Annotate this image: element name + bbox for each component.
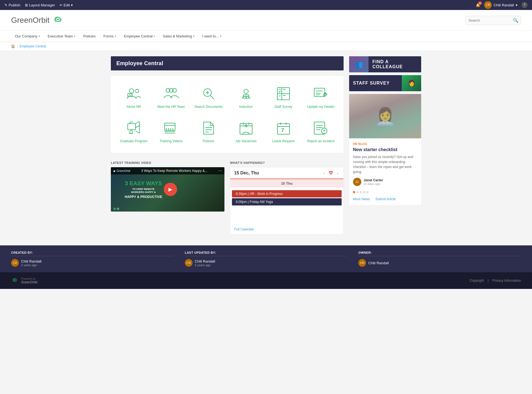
icon-about-hr[interactable]: About HR — [116, 82, 151, 113]
icon-job-vacancies[interactable]: Job Vacancies — [229, 116, 263, 148]
privacy-info-link[interactable]: Privacy Information — [492, 279, 521, 283]
copyright-link[interactable]: Copyright — [470, 279, 484, 283]
user-menu[interactable]: CR Chiti Randall ▾ — [484, 1, 518, 9]
staff-survey-banner[interactable]: STAFF SURVEY 👩 — [349, 75, 421, 91]
play-button[interactable]: ▶ — [164, 183, 177, 196]
breadcrumb-home-icon[interactable]: 🏠 — [11, 44, 15, 48]
full-calendar-link[interactable]: Full Calendar — [230, 225, 343, 234]
footer-created-user: CR Chiti Randall 2 years ago — [11, 259, 174, 267]
icon-induction[interactable]: Induction — [229, 82, 263, 113]
video-options-icon[interactable]: ⋯ — [218, 169, 222, 173]
icon-update-details[interactable]: Update my Details — [303, 82, 338, 113]
footer-updated-info: Chiti Randall 2 years ago — [195, 259, 215, 267]
admin-bar: ✎ Publish ⊞ Layout Manager ✏ Edit ▾ 🔔 6 … — [0, 0, 532, 10]
chevron-down-icon: ▾ — [39, 35, 40, 38]
nav-item-executive-team[interactable]: Executive Team ▾ — [44, 31, 80, 42]
main-container: Employee Central About HR — [100, 51, 432, 240]
chevron-down-icon: ▾ — [115, 35, 116, 38]
nav-item-forms[interactable]: Forms ▾ — [99, 31, 120, 42]
icon-staff-survey[interactable]: Staff Survey — [266, 82, 301, 113]
video-dot-2[interactable] — [117, 208, 119, 210]
icon-report-incident[interactable]: Report an Incident — [303, 116, 338, 148]
blog-dot-4[interactable] — [363, 191, 365, 193]
footer-owner-avatar: CR — [358, 259, 366, 267]
icon-grid: About HR Meet the HR Team — [111, 76, 344, 153]
sidebar: 👥 FIND A COLLEAGUE STAFF SURVEY 👩 👩‍💼 HR… — [349, 56, 421, 234]
admin-bar-left: ✎ Publish ⊞ Layout Manager ✏ Edit ▾ — [4, 3, 73, 7]
help-button[interactable]: ? — [521, 2, 528, 8]
nav-item-policies[interactable]: Policies — [79, 31, 99, 42]
logo[interactable]: GreenOrbit — [11, 14, 63, 26]
calendar-day-header: 15 Thu — [230, 179, 343, 188]
nav-item-our-company[interactable]: Our Company ▾ — [11, 31, 44, 42]
search-input[interactable] — [469, 18, 513, 22]
icon-training-videos[interactable]: Training Videos — [154, 116, 188, 148]
author-name: Janet Carter — [364, 178, 383, 182]
calendar-next-button[interactable]: › — [336, 170, 339, 176]
video-player[interactable]: ▶ GreenOrbit 3 Ways To Keep Remote Worke… — [111, 167, 224, 212]
job-vacancies-icon — [238, 120, 254, 136]
footer-created-time: 2 years ago — [21, 263, 42, 267]
footer-brand-name: GreenOrbit — [21, 280, 37, 284]
blog-dot-2[interactable] — [356, 191, 359, 193]
about-hr-label: About HR — [126, 105, 141, 109]
breadcrumb-current: Employee Central — [20, 44, 46, 48]
video-title-bar: ▶ GreenOrbit 3 Ways To Keep Remote Worke… — [111, 167, 224, 174]
footer-updated-time: 2 years ago — [195, 263, 215, 267]
blog-actions: More News Submit Article — [349, 196, 421, 205]
svg-point-2 — [129, 89, 134, 93]
icon-leave-request[interactable]: 7 Leave Request — [266, 116, 301, 148]
svg-text:7: 7 — [281, 128, 284, 133]
calendar-event-yoga[interactable]: 6:00pm | Friday AM Yoga — [232, 198, 342, 205]
calendar-events: 8:30pm | HR - Work in Progress 6:00pm | … — [230, 188, 343, 208]
icon-policies[interactable]: Policies — [191, 116, 226, 148]
meet-hr-team-label: Meet the HR Team — [157, 105, 185, 109]
video-text-line1: 3 EASY WAYS — [125, 180, 162, 187]
blog-author: JC Janet Carter 15 days ago — [353, 178, 417, 186]
svg-point-16 — [246, 97, 246, 98]
search-box[interactable]: 🔍 — [466, 16, 521, 25]
job-vacancies-label: Job Vacancies — [235, 139, 257, 144]
induction-icon — [238, 85, 254, 102]
footer-owner-label: OWNER: — [358, 251, 521, 256]
svg-point-55 — [15, 279, 16, 281]
logo-text: GreenOrbit — [11, 16, 50, 25]
blog-card: 👩‍💼 HR BLOG New starter checklist Have y… — [349, 94, 421, 205]
blog-dot-1[interactable] — [353, 191, 355, 193]
search-icon[interactable]: 🔍 — [513, 18, 518, 23]
blog-dot-3[interactable] — [360, 191, 362, 193]
icon-search-documents[interactable]: Search Documents — [191, 82, 226, 113]
calendar-grid-button[interactable]: 📅 — [327, 170, 334, 176]
notification-badge: 6 — [478, 1, 482, 5]
layout-manager-button[interactable]: ⊞ Layout Manager — [25, 3, 55, 7]
staff-survey-image: 👩 — [402, 75, 421, 91]
main-nav: Our Company ▾ Executive Team ▾ Policies … — [0, 31, 532, 42]
icon-graduate-program[interactable]: Graduate Program — [116, 116, 151, 148]
leave-request-label: Leave Request — [272, 139, 295, 144]
notifications-button[interactable]: 🔔 6 — [476, 3, 480, 7]
about-hr-icon — [126, 85, 142, 102]
header: GreenOrbit 🔍 — [0, 10, 532, 31]
staff-survey-label: Staff Survey — [274, 105, 292, 109]
main-content: Employee Central About HR — [111, 56, 344, 234]
calendar-prev-button[interactable]: ‹ — [322, 170, 326, 176]
nav-item-employee-central[interactable]: Employee Central ▾ — [120, 31, 159, 42]
publish-button[interactable]: ✎ Publish — [4, 3, 21, 7]
blog-dot-5[interactable] — [366, 191, 369, 193]
nav-item-sales-marketing[interactable]: Sales & Marketing ▾ — [159, 31, 198, 42]
calendar-event-hr[interactable]: 8:30pm | HR - Work in Progress — [232, 190, 342, 197]
nav-item-i-want-to[interactable]: I want to... ▾ — [198, 31, 225, 42]
blog-excerpt: Have you joined us recently? Get up and … — [353, 154, 417, 174]
edit-button[interactable]: ✏ Edit ▾ — [60, 3, 73, 7]
more-news-link[interactable]: More News — [353, 197, 370, 201]
blog-image-inner: 👩‍💼 — [349, 94, 421, 138]
meet-hr-team-icon — [163, 85, 180, 102]
video-dot-1[interactable] — [114, 208, 116, 210]
user-avatar: CR — [484, 1, 492, 9]
find-colleague-label: FIND A COLLEAGUE — [369, 59, 421, 69]
footer-created-info: Chiti Randall 2 years ago — [21, 259, 42, 267]
icon-meet-hr-team[interactable]: Meet the HR Team — [154, 82, 188, 113]
blog-category: HR BLOG — [353, 142, 417, 146]
submit-article-link[interactable]: Submit Article — [375, 197, 396, 201]
find-colleague-banner[interactable]: 👥 FIND A COLLEAGUE — [349, 56, 421, 72]
